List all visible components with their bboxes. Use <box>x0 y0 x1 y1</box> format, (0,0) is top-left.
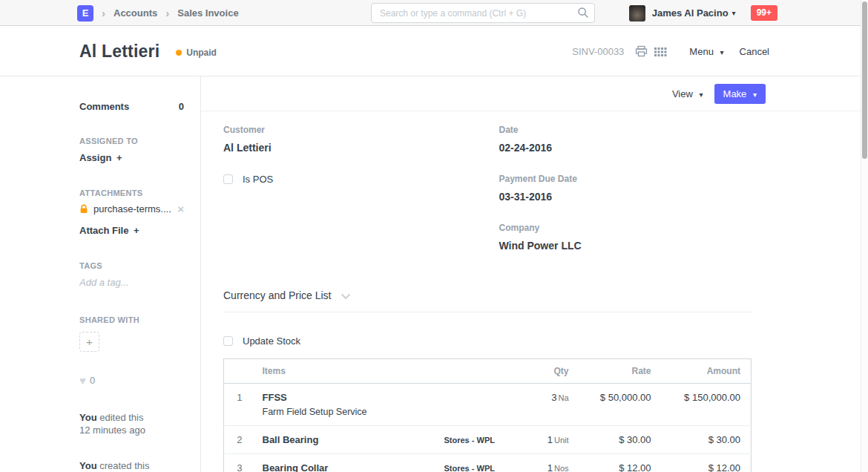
lock-icon <box>79 204 88 214</box>
like-count: 0 <box>90 375 95 386</box>
update-stock-label: Update Stock <box>243 335 300 347</box>
comments-link[interactable]: Comments 0 <box>79 101 184 112</box>
plus-icon: + <box>116 152 122 163</box>
app-logo[interactable]: E <box>77 5 93 22</box>
chevron-down-icon: ▾ <box>700 91 703 99</box>
item-amount: $ 150,000.00 <box>659 384 752 426</box>
breadcrumb-chevron-icon: › <box>102 7 105 19</box>
item-description: Farm Field Setup Service <box>263 407 430 417</box>
cancel-button[interactable]: Cancel <box>740 46 769 57</box>
customer-value: Al Lettieri <box>223 142 477 154</box>
grid-view-button[interactable] <box>654 46 667 57</box>
menu-button[interactable]: Menu ▾ <box>689 46 723 57</box>
item-warehouse: Stores - WPL <box>444 436 495 445</box>
is-pos-field: Is POS <box>223 174 477 185</box>
item-rate: $ 12.00 <box>576 454 659 472</box>
comments-label: Comments <box>79 101 129 112</box>
breadcrumb-item-accounts[interactable]: Accounts <box>114 7 157 19</box>
app-window: E › Accounts › Sales Invoice James Al Pa… <box>0 0 868 472</box>
item-amount: $ 12.00 <box>659 454 752 472</box>
navbar: E › Accounts › Sales Invoice James Al Pa… <box>0 0 868 26</box>
breadcrumb-item-sales-invoice[interactable]: Sales Invoice <box>177 7 238 19</box>
item-qty: 1 <box>548 434 553 445</box>
item-rate: $ 30.00 <box>576 426 659 454</box>
tags-label: TAGS <box>79 261 184 270</box>
remove-attachment-button[interactable]: × <box>177 203 184 215</box>
grid-icon <box>654 46 667 57</box>
col-rate: Rate <box>576 359 659 384</box>
page-scrollbar[interactable] <box>861 0 868 472</box>
company-label: Company <box>499 223 753 233</box>
print-button[interactable] <box>635 45 648 57</box>
search-icon <box>577 7 589 19</box>
currency-section-toggle[interactable]: Currency and Price List <box>223 279 752 312</box>
row-index: 3 <box>224 454 255 472</box>
shared-with-label: SHARED WITH <box>79 315 184 324</box>
update-stock-checkbox[interactable] <box>223 336 233 346</box>
activity-action: edited this <box>97 412 144 423</box>
item-amount: $ 30.00 <box>659 426 752 454</box>
date-value: 02-24-2016 <box>499 142 753 154</box>
assigned-to-label: ASSIGNED TO <box>79 137 184 145</box>
item-rate: $ 50,000.00 <box>576 384 659 426</box>
chevron-down-icon: ▾ <box>753 91 757 99</box>
customer-field[interactable]: Customer Al Lettieri <box>223 125 477 154</box>
attach-file-button[interactable]: Attach File + <box>79 225 184 236</box>
notifications-badge[interactable]: 99+ <box>751 5 777 20</box>
document-id: SINV-00033 <box>572 46 624 57</box>
sidebar: Comments 0 ASSIGNED TO Assign + ATTACHME… <box>0 76 200 472</box>
comments-count: 0 <box>179 101 184 112</box>
main-content: View ▾ Make ▾ Customer Al Lettieri <box>200 76 868 472</box>
col-qty: Qty <box>511 359 576 384</box>
item-warehouse: Stores - WPL <box>444 464 495 472</box>
status-badge: Unpaid <box>176 47 217 58</box>
attachment-item[interactable]: purchase-terms.... × <box>79 203 184 215</box>
table-row[interactable]: 3 Bearing Collar Stores - WPL 1Nos $ 12.… <box>224 454 752 472</box>
share-add-button[interactable]: + <box>79 332 99 352</box>
heart-icon[interactable]: ♥ <box>79 374 86 387</box>
activity-actor: You <box>79 412 97 423</box>
items-grid-header: Items Qty Rate Amount <box>224 359 752 384</box>
assign-button[interactable]: Assign + <box>79 152 184 163</box>
page-head: Al Lettieri Unpaid SINV-00033 <box>0 26 868 76</box>
due-date-label: Payment Due Date <box>499 174 753 184</box>
plus-icon: + <box>134 225 139 236</box>
item-name: Bearing Collar <box>263 462 430 472</box>
table-row[interactable]: 2 Ball Bearing Stores - WPL 1Unit $ 30.0… <box>224 426 752 454</box>
company-value: Wind Power LLC <box>499 240 753 252</box>
item-uom: Unit <box>554 436 569 445</box>
item-uom: Nos <box>554 464 569 472</box>
scrollbar-thumb[interactable] <box>862 1 867 159</box>
search-input[interactable] <box>371 3 595 23</box>
global-search <box>371 3 595 23</box>
plus-icon: + <box>86 335 93 348</box>
view-dropdown[interactable]: View ▾ <box>672 88 703 99</box>
col-items: Items <box>255 359 437 384</box>
date-label: Date <box>499 125 753 135</box>
attachment-name[interactable]: purchase-terms.... <box>93 203 177 214</box>
item-qty: 1 <box>548 462 553 472</box>
company-field[interactable]: Company Wind Power LLC <box>499 223 753 252</box>
activity-actor: You <box>79 460 97 471</box>
due-date-field[interactable]: Payment Due Date 03-31-2016 <box>499 174 753 203</box>
is-pos-checkbox[interactable] <box>223 174 233 184</box>
customer-label: Customer <box>223 125 477 135</box>
chevron-down-icon: ▾ <box>720 48 724 56</box>
status-dot-icon <box>176 50 182 56</box>
status-label: Unpaid <box>186 47 217 58</box>
form-section-main: Customer Al Lettieri Is POS Date 02-24-2… <box>223 111 752 279</box>
form-section-items: Update Stock Items Qty <box>223 312 752 472</box>
row-index: 1 <box>224 384 255 426</box>
avatar[interactable] <box>629 5 645 22</box>
date-field[interactable]: Date 02-24-2016 <box>499 125 753 154</box>
make-button[interactable]: Make ▾ <box>714 84 766 104</box>
page-title: Al Lettieri <box>79 42 160 62</box>
item-name: Ball Bearing <box>263 434 430 445</box>
breadcrumb-chevron-icon: › <box>165 7 169 19</box>
user-menu[interactable]: James Al Pacino ▾ 99+ <box>629 0 777 26</box>
update-stock-field: Update Stock <box>223 335 752 347</box>
tag-input[interactable] <box>79 277 184 288</box>
invoice-form: Customer Al Lettieri Is POS Date 02-24-2… <box>201 111 868 472</box>
item-name: FFSS <box>263 392 430 403</box>
table-row[interactable]: 1 FFSS Farm Field Setup Service 3Na $ 50… <box>224 384 752 426</box>
